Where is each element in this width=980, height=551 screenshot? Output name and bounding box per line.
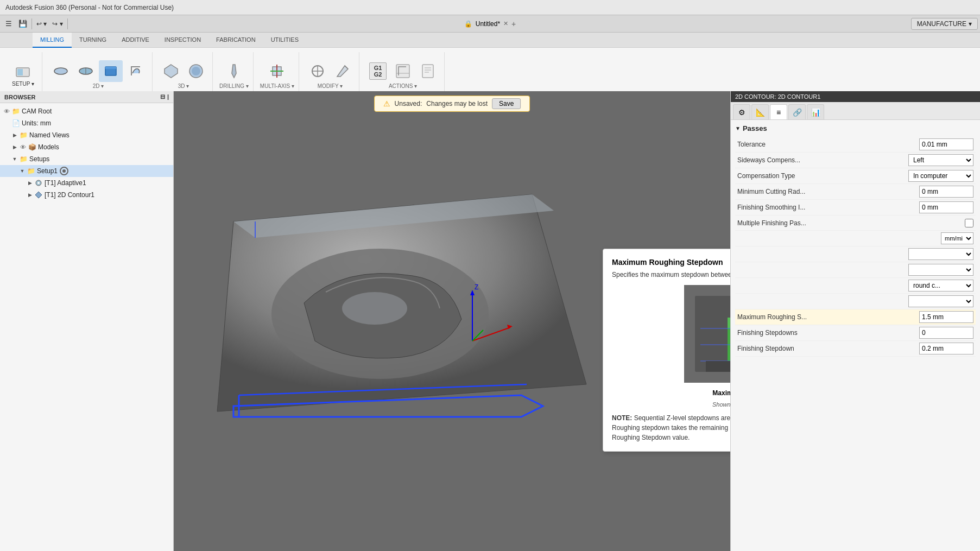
save-quick-btn[interactable]: 💾	[16, 18, 29, 30]
2d-btn3[interactable]	[99, 60, 123, 82]
panel-tab-chart[interactable]: 📊	[807, 104, 824, 119]
g1g2-icon: G1G2	[369, 62, 387, 80]
min-cutting-rad-input[interactable]	[919, 186, 973, 198]
tab-milling[interactable]: MILLING	[33, 33, 72, 48]
tree-item-cam-root[interactable]: 👁 📁 CAM Root	[0, 105, 173, 117]
extra-select-3[interactable]: round c...	[908, 280, 973, 292]
eye-icon-cam-root[interactable]: 👁	[2, 107, 11, 116]
tooltip-image-subcaption: Shown without Finishing Stepdowns	[612, 401, 730, 408]
manufacture-dropdown[interactable]: MANUFACTURE ▾	[911, 18, 978, 30]
param-value-finishing-smoothing	[919, 201, 973, 213]
ribbon-group-3d: 3D ▾	[155, 52, 213, 91]
svg-rect-36	[728, 318, 730, 328]
passes-section-header[interactable]: ▼ Passes	[735, 124, 976, 132]
3d-btn1[interactable]	[159, 60, 183, 82]
3d-btn2[interactable]	[184, 60, 208, 82]
svg-rect-6	[105, 67, 116, 69]
multiple-finishing-checkbox[interactable]	[965, 219, 973, 227]
setup-btn[interactable]: SETUP ▾	[9, 61, 37, 89]
tree-item-adaptive1[interactable]: ▶ [T1] Adaptive1	[0, 177, 173, 189]
folder-icon-setups: 📁	[18, 154, 28, 164]
2d-btn4[interactable]	[124, 60, 148, 82]
tree-item-named-views[interactable]: ▶ 📁 Named Views	[0, 129, 173, 141]
app-menu-btn[interactable]: ☰	[2, 18, 15, 30]
unit-selector[interactable]: mm/mi in/mi	[941, 232, 973, 244]
tree-item-setups[interactable]: ▼ 📁 Setups	[0, 153, 173, 165]
eye-icon-models[interactable]: 👁	[18, 143, 27, 151]
svg-rect-34	[695, 296, 730, 372]
save-btn[interactable]: Save	[492, 98, 521, 109]
multiaxis-btn1[interactable]	[265, 60, 289, 82]
warning-icon: ⚠	[383, 99, 390, 108]
drilling-btn1[interactable]	[222, 60, 246, 82]
multiaxis-icon1	[268, 62, 286, 80]
2d-btn1[interactable]	[49, 60, 73, 82]
tree-item-units[interactable]: 📄 Units: mm	[0, 117, 173, 129]
simulate-icon	[394, 62, 412, 80]
arrow-named-views: ▶	[11, 131, 18, 139]
tree-item-models[interactable]: ▶ 👁 📦 Models	[0, 141, 173, 153]
ribbon-content: SETUP ▾	[0, 48, 980, 91]
browser-collapse-btn[interactable]: ⊟	[160, 93, 165, 100]
actions-btns: G1G2	[366, 60, 440, 82]
tooltip-image-caption: Maximum Roughing Stepdown	[612, 389, 730, 397]
3d-icon2	[187, 62, 205, 80]
svg-rect-52	[706, 361, 730, 372]
extra-select-2[interactable]	[908, 264, 973, 276]
drilling-icon1	[225, 62, 243, 80]
tab-additive[interactable]: ADDITIVE	[114, 33, 157, 48]
tab-fabrication[interactable]: FABRICATION	[208, 33, 263, 48]
passes-section: ▼ Passes Tolerance Sideways Compens... L…	[731, 120, 980, 361]
drilling-group-label: DRILLING ▾	[219, 83, 249, 89]
svg-point-22	[37, 182, 40, 184]
label-setups: Setups	[29, 155, 49, 163]
svg-point-8	[192, 67, 200, 75]
ribbon-group-actions: G1G2	[362, 52, 445, 91]
param-row-finishing-stepdown: Finishing Stepdown	[735, 341, 976, 357]
param-row-max-roughing: Maximum Roughing S...	[735, 309, 976, 325]
browser-resize-btn[interactable]: |	[167, 93, 169, 100]
max-roughing-input[interactable]	[919, 311, 973, 323]
doc-icon-units: 📄	[11, 118, 21, 128]
actions-btn3[interactable]	[416, 60, 440, 82]
tree-item-setup1[interactable]: ▼ 📁 Setup1	[0, 165, 173, 177]
multiaxis-group-label: MULTI-AXIS ▾	[260, 83, 294, 89]
passes-label: Passes	[743, 124, 767, 132]
svg-text:Z: Z	[475, 283, 478, 291]
new-tab-btn[interactable]: +	[511, 20, 516, 28]
folder-icon-named-views: 📁	[18, 130, 28, 140]
tab-inspection[interactable]: INSPECTION	[157, 33, 208, 48]
finishing-stepdowns-input[interactable]	[919, 327, 973, 339]
arrow-adaptive1: ▶	[26, 179, 34, 187]
2d-btn2[interactable]	[74, 60, 98, 82]
tolerance-input[interactable]	[919, 138, 973, 150]
actions-btn1[interactable]: G1G2	[366, 60, 390, 82]
param-row-multiple-finishing: Multiple Finishing Pas...	[735, 216, 976, 231]
redo-btn[interactable]: ↪ ▾	[50, 19, 65, 29]
modify-btn1[interactable]	[306, 60, 330, 82]
arrow-setup1: ▼	[18, 167, 26, 175]
tab-turning[interactable]: TURNING	[72, 33, 114, 48]
compensation-type-select[interactable]: In computer In control Wear	[908, 170, 973, 182]
cube-icon-models: 📦	[27, 142, 37, 152]
tree-item-2dcontour[interactable]: ▶ [T1] 2D Contour1	[0, 189, 173, 201]
close-tab-btn[interactable]: ✕	[503, 20, 508, 27]
actions-btn2[interactable]	[391, 60, 415, 82]
extra-select-4[interactable]	[908, 295, 973, 307]
panel-tab-geometry[interactable]: 📐	[751, 104, 769, 119]
param-value-finishing-stepdowns	[919, 327, 973, 339]
ribbon-group-multiaxis: MULTI-AXIS ▾	[256, 52, 299, 91]
tab-utilities[interactable]: UTILITIES	[263, 33, 306, 48]
label-named-views: Named Views	[29, 131, 69, 139]
3d-group-label: 3D ▾	[178, 83, 189, 89]
finishing-smoothing-input[interactable]	[919, 201, 973, 213]
panel-tab-linking[interactable]: 🔗	[788, 104, 806, 119]
panel-tab-passes[interactable]: ≡	[770, 104, 787, 119]
sideways-select[interactable]: Left Right Off	[908, 154, 973, 166]
label-cam-root: CAM Root	[22, 107, 52, 115]
undo-btn[interactable]: ↩ ▾	[34, 19, 49, 29]
modify-btn2[interactable]	[331, 60, 355, 82]
extra-select-1[interactable]	[908, 248, 973, 260]
finishing-stepdown-input[interactable]	[919, 343, 973, 354]
panel-tab-tools[interactable]: ⚙	[733, 104, 750, 119]
